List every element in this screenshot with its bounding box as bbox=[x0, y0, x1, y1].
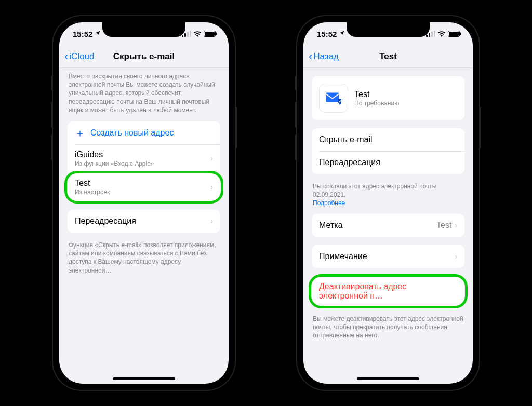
notch bbox=[102, 22, 185, 37]
wifi-icon bbox=[437, 31, 446, 37]
chevron-right-icon: › bbox=[210, 154, 213, 163]
status-time: 15:52 bbox=[73, 30, 92, 38]
label-value: Test bbox=[436, 221, 451, 230]
address-header-card: Test По требованию bbox=[312, 76, 464, 120]
page-title: Test bbox=[379, 51, 397, 62]
intro-text: Вместо раскрытия своего личного адреса э… bbox=[68, 68, 220, 121]
svg-rect-14 bbox=[326, 93, 339, 102]
chevron-right-icon: › bbox=[455, 252, 457, 261]
chevron-right-icon: › bbox=[210, 217, 213, 225]
svg-rect-5 bbox=[205, 32, 215, 36]
chevron-left-icon: ‹ bbox=[309, 51, 312, 62]
status-time: 15:52 bbox=[317, 30, 337, 38]
footer-text: Функция «Скрыть e-mail» позволяет прилож… bbox=[68, 241, 220, 281]
deactivate-row[interactable]: Деактивировать адрес электронной п… bbox=[312, 276, 464, 306]
svg-rect-12 bbox=[449, 32, 459, 36]
card-subtitle: По требованию bbox=[354, 100, 399, 107]
chevron-right-icon: › bbox=[210, 183, 213, 191]
label-group: Метка Test › bbox=[312, 214, 464, 237]
address-list-group: ＋ Создать новый адрес iGuides Из функции… bbox=[68, 121, 220, 201]
svg-rect-6 bbox=[216, 33, 217, 35]
back-label: Назад bbox=[313, 51, 339, 62]
svg-rect-8 bbox=[429, 33, 430, 37]
location-arrow-icon bbox=[339, 30, 345, 38]
deactivate-group: Деактивировать адрес электронной п… bbox=[312, 276, 464, 306]
svg-rect-0 bbox=[182, 35, 183, 37]
chevron-left-icon: ‹ bbox=[64, 51, 68, 62]
home-indicator[interactable] bbox=[113, 377, 175, 380]
svg-rect-3 bbox=[190, 31, 191, 37]
home-indicator[interactable] bbox=[357, 377, 419, 380]
svg-rect-9 bbox=[431, 32, 433, 37]
address-row-test[interactable]: Test Из настроек › bbox=[68, 173, 220, 201]
label-row[interactable]: Метка Test › bbox=[312, 214, 464, 237]
battery-icon bbox=[448, 31, 461, 37]
note-row[interactable]: Примечание › bbox=[312, 245, 464, 268]
forwarding-row[interactable]: Переадресация bbox=[312, 151, 464, 174]
forwarding-row[interactable]: Переадресация › bbox=[68, 210, 220, 233]
navbar: ‹ iCloud Скрыть e-mail bbox=[59, 45, 229, 68]
notch bbox=[347, 22, 430, 37]
address-row-iguides[interactable]: iGuides Из функции «Вход с Apple» › bbox=[68, 144, 220, 173]
mail-privacy-icon bbox=[319, 84, 348, 113]
back-button[interactable]: ‹ Назад bbox=[309, 51, 339, 62]
svg-rect-7 bbox=[426, 35, 428, 37]
phone-left: 15:52 ‹ iCloud С bbox=[53, 16, 235, 390]
card-title: Test bbox=[354, 90, 399, 99]
svg-rect-1 bbox=[184, 33, 186, 37]
forwarding-group: Переадресация › bbox=[68, 210, 220, 233]
svg-rect-2 bbox=[187, 32, 189, 37]
hide-email-row[interactable]: Скрыть e-mail bbox=[312, 128, 464, 151]
location-arrow-icon bbox=[95, 30, 101, 38]
note-group: Примечание › bbox=[312, 245, 464, 268]
deactivate-footer: Вы можете деактивировать этот адрес элек… bbox=[312, 315, 464, 346]
svg-rect-13 bbox=[460, 33, 461, 35]
plus-icon: ＋ bbox=[75, 128, 85, 138]
svg-rect-10 bbox=[434, 31, 435, 37]
created-footer: Вы создали этот адрес электронной почты … bbox=[312, 182, 464, 214]
wifi-icon bbox=[193, 31, 202, 37]
create-label: Создать новый адрес bbox=[90, 128, 213, 138]
back-label: iCloud bbox=[69, 51, 94, 62]
learn-more-link[interactable]: Подробнее bbox=[313, 199, 345, 207]
battery-icon bbox=[204, 31, 217, 37]
navbar: ‹ Назад Test bbox=[303, 45, 473, 68]
back-button[interactable]: ‹ iCloud bbox=[64, 51, 95, 62]
page-title: Скрыть e-mail bbox=[113, 51, 175, 62]
phone-right: 15:52 ‹ Назад Te bbox=[297, 16, 479, 390]
create-address-row[interactable]: ＋ Создать новый адрес bbox=[68, 121, 220, 144]
chevron-right-icon: › bbox=[455, 221, 457, 229]
hide-forward-group: Скрыть e-mail Переадресация bbox=[312, 128, 464, 174]
